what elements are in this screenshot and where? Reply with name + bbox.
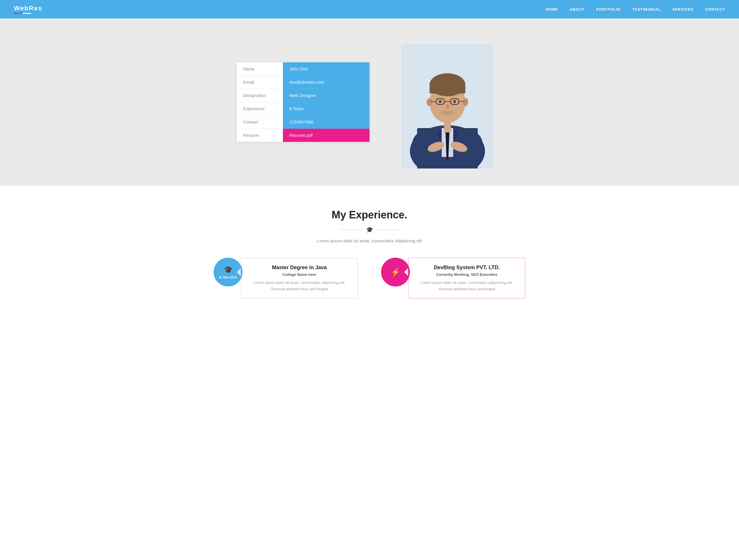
work-card: DevBlog System PVT. LTD. Currently Worki… (408, 258, 526, 299)
value-name: John Doe (283, 62, 370, 75)
value-email: doe@domain.com (283, 75, 370, 89)
nav-testimonial[interactable]: TESTIMONIAL (632, 7, 661, 12)
divider-line-left (340, 229, 363, 230)
work-arrow (404, 268, 408, 276)
value-contact: 1234567890 (283, 116, 370, 129)
label-email: Email (237, 75, 283, 89)
table-row: Resume Resume.pdf (237, 129, 370, 142)
table-row: Contact 1234567890 (237, 116, 370, 129)
table-row: Experience 8 Years (237, 102, 370, 116)
experience-section: My Experience. 🎓 Lorem ipsum dolor sit a… (0, 186, 739, 322)
education-date: 8, Nov 2016 (219, 275, 237, 279)
label-resume: Resume (237, 129, 283, 142)
svg-point-9 (427, 98, 432, 106)
nav-home[interactable]: HOME (546, 7, 558, 12)
nav-contact[interactable]: CONTACT (705, 7, 725, 12)
value-resume[interactable]: Resume.pdf (283, 129, 370, 142)
value-designation: Web Designer (283, 89, 370, 102)
experience-title: My Experience. (12, 209, 727, 221)
person-svg (401, 44, 494, 169)
logo: WebRes (14, 5, 42, 14)
label-experience: Experience (237, 102, 283, 116)
svg-rect-8 (430, 85, 465, 94)
lightning-icon: ⚡ (391, 268, 400, 277)
experience-cards: 🎓 8, Nov 2016 Master Degree in Java Coll… (196, 258, 543, 305)
graduation-cap-icon: 🎓 (224, 265, 233, 274)
svg-point-18 (446, 104, 449, 109)
label-designation: Designation (237, 89, 283, 102)
exp-card-education-wrapper: 🎓 8, Nov 2016 Master Degree in Java Coll… (213, 258, 358, 299)
section-divider: 🎓 (12, 226, 727, 233)
work-card-subtitle: Currently Working, SEO Executive (415, 272, 519, 277)
exp-card-work-wrapper: ⚡ DevBlog System PVT. LTD. Currently Wor… (381, 258, 526, 299)
nav-about[interactable]: ABOUT (570, 7, 585, 12)
svg-point-17 (453, 100, 456, 103)
table-row: Email doe@domain.com (237, 75, 370, 89)
work-card-title: DevBlog System PVT. LTD. (415, 264, 519, 270)
navbar: WebRes HOME ABOUT PORTFOLIO TESTIMONIAL … (0, 0, 739, 18)
divider-line-right (376, 229, 399, 230)
svg-point-19 (441, 110, 454, 116)
table-row: Name John Doe (237, 62, 370, 75)
svg-point-16 (439, 100, 442, 103)
education-card-title: Master Degree in Java (248, 264, 351, 270)
education-card: Master Degree in Java College Name here … (241, 258, 358, 299)
education-card-description: Lorem ipsum dolor sit amet, consectetur … (248, 279, 351, 292)
logo-text: WebRes (14, 5, 42, 12)
nav-services[interactable]: SERVICES (672, 7, 694, 12)
value-experience: 8 Years (283, 102, 370, 116)
divider-graduation-icon: 🎓 (366, 226, 373, 233)
experience-subtitle: Lorem ipsum dolor sit amet, consectetur … (12, 238, 727, 243)
hero-section: Name John Doe Email doe@domain.com Desig… (0, 18, 739, 186)
info-table: Name John Doe Email doe@domain.com Desig… (237, 62, 370, 142)
label-contact: Contact (237, 116, 283, 129)
hero-content: Name John Doe Email doe@domain.com Desig… (196, 18, 543, 186)
work-card-description: Lorem ipsum dolor sit amet, consectetur … (415, 279, 519, 292)
nav-portfolio[interactable]: PORTFOLIO (596, 7, 621, 12)
table-row: Designation Web Designer (237, 89, 370, 102)
svg-point-10 (462, 98, 468, 106)
logo-underline (14, 13, 31, 14)
nav-links: HOME ABOUT PORTFOLIO TESTIMONIAL SERVICE… (546, 7, 725, 12)
label-name: Name (237, 62, 283, 75)
education-arrow (237, 268, 241, 276)
hero-person-image (393, 36, 502, 169)
education-card-subtitle: College Name here (248, 272, 351, 277)
